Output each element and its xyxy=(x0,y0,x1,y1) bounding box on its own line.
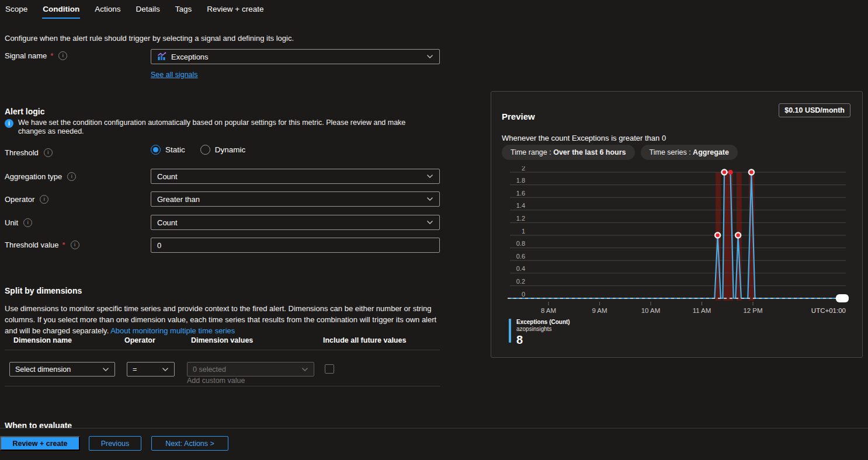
x-axis-label: 11 AM xyxy=(693,307,711,314)
x-axis-label: 12 PM xyxy=(743,307,762,314)
info-icon[interactable]: i xyxy=(40,195,48,204)
add-custom-value-link[interactable]: Add custom value xyxy=(187,377,245,385)
chevron-down-icon xyxy=(426,220,433,225)
dimension-operator-value: = xyxy=(133,365,137,374)
y-axis-label: 1.6 xyxy=(516,190,525,197)
y-axis-label: 0.6 xyxy=(516,253,525,260)
condition-pane: Scope Condition Actions Details Tags Rev… xyxy=(0,0,868,460)
split-dimensions-description: Use dimensions to monitor specific time … xyxy=(5,303,438,336)
info-icon[interactable]: i xyxy=(44,148,53,157)
chart-legend[interactable]: Exceptions (Count) azopsinsights 8 xyxy=(509,319,570,346)
previous-button[interactable]: Previous xyxy=(89,436,141,451)
dimension-values-dropdown[interactable]: 0 selected xyxy=(187,362,314,377)
info-icon[interactable]: i xyxy=(58,51,67,60)
column-operator: Operator xyxy=(124,336,155,344)
unit-dropdown[interactable]: Count xyxy=(151,215,440,230)
next-actions-button[interactable]: Next: Actions > xyxy=(151,436,228,451)
alert-fired-marker[interactable] xyxy=(749,170,754,175)
include-future-values-checkbox[interactable] xyxy=(325,364,334,374)
signal-name-value: Exceptions xyxy=(171,53,209,61)
time-range-chip[interactable]: Time range : Over the last 6 hours xyxy=(502,145,635,160)
signal-name-label: Signal name * i xyxy=(5,51,67,60)
threshold-value-input[interactable]: 0 xyxy=(151,238,440,253)
threshold-value-label: Threshold value * i xyxy=(5,241,79,249)
split-dimensions-heading: Split by dimensions xyxy=(5,286,82,295)
time-series-chip[interactable]: Time series : Aggregate xyxy=(641,145,738,160)
column-include-future: Include all future values xyxy=(323,336,406,344)
column-dimension-name: Dimension name xyxy=(13,336,72,344)
unit-value: Count xyxy=(157,218,178,227)
radio-static[interactable]: Static xyxy=(151,145,185,155)
x-axis-label: 8 AM xyxy=(541,307,556,314)
alert-fired-marker[interactable] xyxy=(715,233,720,238)
tab-tags[interactable]: Tags xyxy=(175,3,193,19)
info-filled-icon: i xyxy=(5,119,13,128)
tab-details[interactable]: Details xyxy=(136,3,161,19)
divider xyxy=(5,350,440,350)
metric-preview-chart: 00.20.40.60.811.21.41.61.828 AM9 AM10 AM… xyxy=(491,166,863,318)
info-banner-text: We have set the condition configuration … xyxy=(18,119,429,136)
preview-chips: Time range : Over the last 6 hours Time … xyxy=(502,145,738,160)
y-axis-label: 2 xyxy=(522,166,525,172)
alert-fired-marker[interactable] xyxy=(735,233,741,238)
x-axis-label: 10 AM xyxy=(641,307,661,314)
column-dimension-values: Dimension values xyxy=(191,336,253,344)
monitoring-multiple-series-link[interactable]: About monitoring multiple time series xyxy=(110,326,235,335)
legend-color-bar xyxy=(509,319,511,343)
preview-card: Preview $0.10 USD/month Whenever the cou… xyxy=(491,91,863,358)
data-point-marker[interactable] xyxy=(728,170,733,175)
chevron-down-icon xyxy=(301,367,308,372)
tab-actions[interactable]: Actions xyxy=(94,3,121,19)
aggregation-type-value: Count xyxy=(157,172,178,181)
divider xyxy=(5,386,440,386)
legend-series-name: Exceptions (Count) xyxy=(516,319,570,326)
info-icon[interactable]: i xyxy=(67,172,76,181)
wizard-tabs: Scope Condition Actions Details Tags Rev… xyxy=(5,3,265,19)
radio-dynamic[interactable]: Dynamic xyxy=(200,145,246,155)
preview-summary: Whenever the count Exceptions is greater… xyxy=(502,134,666,142)
threshold-label: Threshold i xyxy=(5,148,53,157)
operator-dropdown[interactable]: Greater than xyxy=(151,191,440,207)
y-axis-label: 1 xyxy=(522,228,525,235)
info-icon[interactable]: i xyxy=(23,218,32,227)
review-create-button[interactable]: Review + create xyxy=(0,436,80,451)
info-icon[interactable]: i xyxy=(71,241,79,249)
x-axis-label: 9 AM xyxy=(592,307,607,314)
info-banner: i We have set the condition configuratio… xyxy=(5,119,429,136)
tab-scope[interactable]: Scope xyxy=(5,3,28,19)
dimension-operator-dropdown[interactable]: = xyxy=(127,362,175,377)
see-all-signals-link[interactable]: See all signals xyxy=(151,71,198,79)
radio-static-circle xyxy=(151,145,161,155)
signal-name-dropdown[interactable]: Exceptions xyxy=(151,49,440,64)
threshold-radio-group: Static Dynamic xyxy=(151,145,245,155)
legend-total-count: 8 xyxy=(516,333,570,346)
threshold-value-text: 0 xyxy=(157,241,161,250)
y-axis-label: 1.8 xyxy=(516,177,525,184)
chevron-down-icon xyxy=(426,174,433,179)
tab-review-create[interactable]: Review + create xyxy=(206,3,264,19)
y-axis-label: 1.4 xyxy=(516,202,525,209)
y-axis-label: 0 xyxy=(522,291,525,298)
unit-label: Unit i xyxy=(5,218,32,227)
dimension-placeholder: Select dimension xyxy=(15,365,71,374)
when-to-evaluate-heading: When to evaluate xyxy=(5,421,72,430)
timezone-label: UTC+01:00 xyxy=(811,307,846,314)
chevron-down-icon xyxy=(102,367,109,372)
dimension-name-dropdown[interactable]: Select dimension xyxy=(9,362,115,377)
chevron-down-icon xyxy=(162,367,169,372)
operator-label: Operator i xyxy=(5,195,48,204)
aggregation-type-dropdown[interactable]: Count xyxy=(151,169,440,184)
radio-dynamic-circle xyxy=(200,145,210,155)
preview-title: Preview xyxy=(502,111,535,121)
operator-value: Greater than xyxy=(157,195,200,204)
alert-fired-marker[interactable] xyxy=(722,170,727,175)
metric-signal-icon xyxy=(157,52,166,61)
y-axis-label: 0.4 xyxy=(516,265,525,272)
required-asterisk: * xyxy=(63,241,65,249)
aggregation-type-label: Aggregation type i xyxy=(5,172,76,181)
threshold-handle[interactable] xyxy=(836,294,849,302)
required-asterisk: * xyxy=(50,51,53,60)
chevron-down-icon xyxy=(426,54,433,59)
tab-condition[interactable]: Condition xyxy=(42,3,80,19)
y-axis-label: 0.2 xyxy=(516,278,525,285)
